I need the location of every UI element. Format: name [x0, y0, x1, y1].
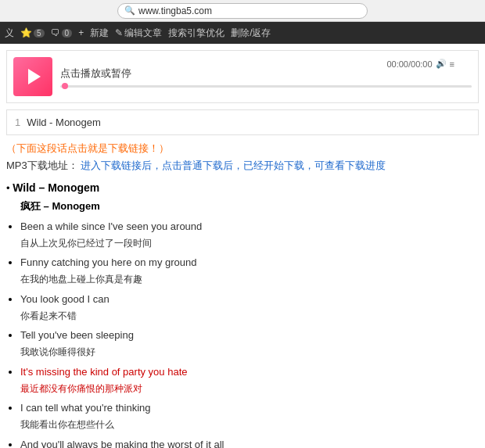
lyrics-line-en-0: Been a while since I've seen you around [20, 218, 479, 235]
comment-count: 0 [62, 29, 73, 38]
list-item: Been a while since I've seen you around … [20, 218, 479, 251]
url-bar[interactable]: 🔍 www.tingba5.com [117, 3, 368, 19]
new-label: 新建 [90, 27, 109, 40]
download-note: （下面这段话点击就是下载链接！） [6, 142, 479, 156]
time-display: 00:00/00:00 [386, 59, 432, 69]
bookmark-icon: 义 [5, 27, 14, 40]
lyrics-line-en-2: You look good I can [20, 291, 479, 308]
lyrics-title-zh-row: 疯狂 – Monogem [6, 198, 479, 215]
lyrics-line-en-5: I can tell what you're thinking [20, 400, 479, 417]
star-icon: ⭐ [20, 27, 32, 38]
toolbar-search-label: 搜索引擎优化 [168, 27, 225, 40]
volume-icon[interactable]: 🔊 [436, 59, 447, 69]
lyrics-line-en-4: It's missing the kind of party you hate [20, 364, 479, 381]
list-item: Funny catching you here on my ground 在我的… [20, 254, 479, 287]
lyrics-line-zh-2: 你看起来不错 [20, 308, 479, 324]
comment-icon: 🗨 [51, 27, 60, 38]
lyrics-line-zh-4: 最近都没有你痛恨的那种派对 [20, 381, 479, 396]
lyrics-title-zh: 疯狂 – Monogem [20, 200, 100, 212]
lyrics-title-en: Wild – Monogem [13, 181, 99, 194]
toolbar-trash[interactable]: 删除/返存 [231, 27, 271, 40]
add-icon: + [78, 27, 84, 38]
page-content: 点击播放或暂停 00:00/00:00 🔊 ≡ 1 Wild - Monogem… [0, 50, 485, 448]
edit-icon: ✎ [115, 27, 123, 38]
search-icon: 🔍 [124, 5, 135, 16]
progress-fill [62, 83, 68, 89]
download-row: MP3下载地址： 进入下载链接后，点击普通下载后，已经开始下载，可查看下载进度 [6, 159, 479, 173]
list-item: And you'll always be making the worst of… [20, 436, 479, 448]
lyrics-line-en-1: Funny catching you here on my ground [20, 254, 479, 271]
lyrics-line-zh-3: 我敢说你睡得很好 [20, 344, 479, 360]
list-item: It's missing the kind of party you hate … [20, 364, 479, 396]
download-label: MP3下载地址： [6, 159, 78, 171]
edit-label: 编辑文章 [124, 27, 162, 40]
download-link[interactable]: 进入下载链接后，点击普通下载后，已经开始下载，可查看下载进度 [81, 159, 386, 171]
player-time: 00:00/00:00 🔊 ≡ [386, 59, 454, 69]
lyrics-line-en-3: Tell you've been sleeping [20, 327, 479, 344]
progress-bar[interactable] [60, 85, 472, 88]
trash-label: 删除/返存 [231, 27, 271, 40]
toolbar-search[interactable]: 搜索引擎优化 [168, 27, 225, 40]
lyrics-line-zh-1: 在我的地盘上碰上你真是有趣 [20, 271, 479, 287]
lyrics-section: • Wild – Monogem 疯狂 – Monogem Been a whi… [6, 179, 479, 448]
toolbar: 义 ⭐ 5 🗨 0 + 新建 ✎ 编辑文章 搜索引擎优化 删除/返存 [0, 22, 485, 44]
star-count: 5 [34, 29, 45, 38]
url-text: www.tingba5.com [138, 5, 212, 16]
toolbar-comment[interactable]: 🗨 0 [51, 27, 73, 38]
play-icon [28, 69, 41, 84]
lyrics-line-en-6: And you'll always be making the worst of… [20, 436, 479, 448]
lyrics-list: Been a while since I've seen you around … [6, 218, 479, 448]
list-item: You look good I can 你看起来不错 [20, 291, 479, 324]
player-info: 点击播放或暂停 [60, 66, 472, 88]
toolbar-new[interactable]: 新建 [90, 27, 109, 40]
toolbar-add[interactable]: + [78, 27, 84, 38]
address-bar: 🔍 www.tingba5.com [0, 0, 485, 22]
lyrics-line-zh-5: 我能看出你在想些什么 [20, 417, 479, 432]
toolbar-edit[interactable]: ✎ 编辑文章 [115, 27, 162, 40]
track-number: 1 [15, 116, 20, 128]
list-item: Tell you've been sleeping 我敢说你睡得很好 [20, 327, 479, 360]
lyrics-header: • Wild – Monogem [6, 179, 479, 198]
download-section: （下面这段话点击就是下载链接！） MP3下载地址： 进入下载链接后，点击普通下载… [6, 142, 479, 173]
player-section: 点击播放或暂停 00:00/00:00 🔊 ≡ [6, 50, 479, 103]
toolbar-bookmark[interactable]: 义 [5, 27, 14, 40]
lyrics-title-bullet: • [6, 182, 13, 194]
player-thumbnail[interactable] [13, 57, 52, 96]
track-title: Wild - Monogem [27, 116, 101, 128]
lyrics-line-zh-0: 自从上次见你已经过了一段时间 [20, 235, 479, 251]
track-row: 1 Wild - Monogem [6, 109, 479, 135]
list-item: I can tell what you're thinking 我能看出你在想些… [20, 400, 479, 432]
toolbar-star[interactable]: ⭐ 5 [20, 27, 45, 38]
menu-icon[interactable]: ≡ [450, 59, 454, 69]
